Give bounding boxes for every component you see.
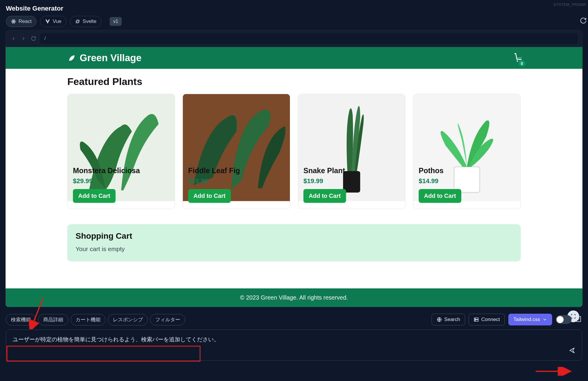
leaf-icon [67, 54, 76, 62]
product-image [298, 94, 405, 162]
suggestions-row: 検索機能商品詳細カート機能レスポンシブフィルター Search Connect … [0, 307, 588, 328]
nav-back-icon[interactable] [10, 35, 17, 42]
reload-icon[interactable] [580, 17, 587, 25]
nav-forward-icon[interactable] [20, 35, 27, 42]
system-prompt-label: SYSTEM_PROMP [553, 2, 586, 7]
framework-toolbar: React Vue Svelte v1 [0, 15, 588, 30]
add-to-cart-button[interactable]: Add to Cart [419, 189, 461, 203]
suggestion-chip[interactable]: レスポンシブ [108, 314, 148, 325]
svg-point-15 [475, 318, 475, 319]
connect-button[interactable]: Connect [469, 314, 505, 325]
add-to-cart-button[interactable]: Add to Cart [188, 189, 231, 203]
css-framework-label: Tailwind.css [513, 317, 540, 322]
preview-frame: / Green Village 0 Featured Plants Monste… [5, 30, 583, 307]
product-card[interactable]: Pothos$14.99Add to Cart [413, 94, 521, 209]
vue-icon [45, 19, 50, 24]
product-card[interactable]: Monstera Deliciosa$29.99Add to Cart [67, 94, 175, 209]
site-header: Green Village 0 [6, 47, 582, 69]
address-bar[interactable]: / [40, 33, 578, 44]
add-to-cart-button[interactable]: Add to Cart [303, 189, 346, 203]
product-card[interactable]: Snake Plant$19.99Add to Cart [298, 94, 405, 209]
product-card[interactable]: Fiddle Leaf Fig$39.99Add to Cart [183, 94, 290, 209]
site-footer: © 2023 Green Village. All rights reserve… [6, 288, 582, 307]
framework-tab-react[interactable]: React [6, 16, 36, 27]
site-brand[interactable]: Green Village [67, 52, 141, 63]
suggestion-chip[interactable]: 検索機能 [6, 314, 36, 325]
svg-point-4 [517, 60, 518, 62]
suggestion-chip[interactable]: フィルター [150, 314, 185, 325]
section-title: Featured Plants [67, 76, 521, 87]
preview-site: Green Village 0 Featured Plants Monstera… [6, 47, 582, 307]
site-content: Featured Plants Monstera Deliciosa$29.99… [6, 69, 582, 268]
svg-point-0 [13, 21, 14, 22]
app-title: Website Generator [0, 0, 588, 15]
site-brand-text: Green Village [80, 52, 141, 63]
framework-tab-label: Vue [53, 19, 61, 24]
product-grid: Monstera Deliciosa$29.99Add to CartFiddl… [67, 94, 521, 209]
product-image [183, 94, 290, 162]
server-icon [474, 317, 479, 322]
theme-toggle[interactable] [556, 315, 572, 324]
annotation-arrow-2 [536, 367, 574, 376]
css-framework-dropdown[interactable]: Tailwind.css [508, 314, 552, 325]
send-icon [568, 347, 576, 354]
nav-reload-icon[interactable] [30, 35, 37, 42]
cart-empty-text: Your cart is empty [76, 245, 512, 253]
prompt-text: ユーザーが特定の植物を簡単に見つけられるよう、検索バーを追加してください。 [13, 336, 219, 342]
globe-icon [437, 317, 442, 322]
browser-bar: / [6, 30, 582, 47]
framework-tab-vue[interactable]: Vue [40, 16, 66, 27]
search-button[interactable]: Search [432, 314, 465, 325]
framework-tab-label: Svelte [83, 19, 96, 24]
suggestion-chip[interactable]: カート機能 [71, 314, 106, 325]
cart-button[interactable]: 0 [514, 52, 524, 63]
connect-button-label: Connect [481, 317, 500, 322]
prompt-input[interactable]: ユーザーが特定の植物を簡単に見つけられるよう、検索バーを追加してください。 [6, 330, 582, 361]
send-button[interactable] [568, 347, 576, 356]
product-image [68, 94, 175, 162]
react-icon [11, 19, 16, 24]
cart-panel: Shopping Cart Your cart is empty [67, 224, 521, 261]
svelte-icon [75, 19, 80, 24]
cart-count-badge: 0 [518, 61, 525, 66]
chevron-down-icon [542, 317, 547, 322]
cart-panel-title: Shopping Cart [76, 231, 512, 241]
product-image [413, 94, 520, 162]
version-badge[interactable]: v1 [110, 17, 122, 26]
suggestion-chip[interactable]: 商品詳細 [38, 314, 68, 325]
search-button-label: Search [444, 317, 460, 322]
add-to-cart-button[interactable]: Add to Cart [73, 189, 116, 203]
svg-point-16 [475, 320, 475, 321]
framework-tab-label: React [19, 19, 31, 24]
framework-tab-svelte[interactable]: Svelte [70, 16, 101, 27]
right-controls: Search Connect Tailwind.css [432, 314, 582, 325]
